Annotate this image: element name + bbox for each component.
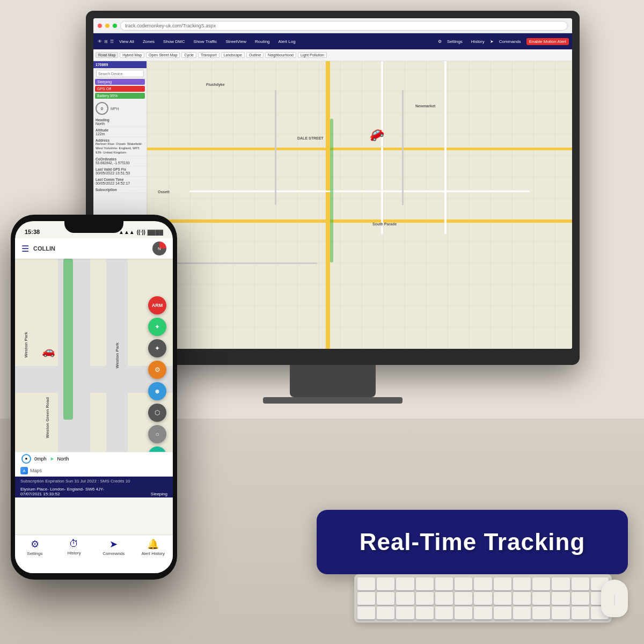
- wifi-icon: ((·)): [137, 229, 145, 235]
- key-18[interactable]: [435, 592, 453, 605]
- toolbar-light-pollution[interactable]: Light Pollution: [298, 52, 327, 58]
- key-6[interactable]: [455, 577, 472, 590]
- signal-icon: ▲▲▲: [119, 229, 135, 235]
- key-14[interactable]: [357, 592, 375, 605]
- nav-icon-eye[interactable]: 👁: [98, 39, 102, 44]
- key-7[interactable]: [474, 577, 492, 590]
- map-area[interactable]: Flushdyke DALE STREET Ossett Newmarket S…: [147, 61, 572, 349]
- arm-button[interactable]: ARM: [148, 296, 166, 314]
- mouse[interactable]: [601, 580, 628, 617]
- toolbar-outline[interactable]: Outline: [246, 52, 264, 58]
- phone-map-label-1: Weston Park: [24, 332, 28, 357]
- toolbar-open-street[interactable]: Open Street Map: [146, 52, 180, 58]
- footer-alert-history[interactable]: 🔔 Alert History: [134, 538, 173, 556]
- footer-history[interactable]: ⏱ History: [55, 538, 94, 555]
- nav-streetview[interactable]: StreetView: [222, 38, 250, 45]
- key-1[interactable]: [357, 577, 375, 590]
- key-36[interactable]: [532, 606, 550, 619]
- key-24[interactable]: [552, 592, 569, 605]
- key-38[interactable]: [572, 606, 589, 619]
- phone-road-vertical: [58, 259, 90, 452]
- map-road-gray-1: [275, 90, 276, 205]
- close-dot[interactable]: [98, 24, 102, 28]
- speed-icon: ●: [21, 454, 31, 464]
- key-31[interactable]: [435, 606, 453, 619]
- key-27[interactable]: [357, 606, 375, 619]
- key-33[interactable]: [474, 606, 492, 619]
- map-background: [147, 61, 572, 349]
- monitor-stand: [290, 365, 376, 397]
- key-32[interactable]: [455, 606, 472, 619]
- key-30[interactable]: [416, 606, 434, 619]
- nav-icon-menu[interactable]: ☰: [110, 39, 114, 44]
- action-btn-7[interactable]: ⊞: [148, 447, 166, 452]
- key-22[interactable]: [513, 592, 531, 605]
- phone-maps-bar: A Maps: [15, 465, 173, 477]
- toolbar-neighbourhood[interactable]: Neighbourhood: [265, 52, 296, 58]
- nav-history[interactable]: History: [468, 38, 488, 45]
- nav-alert-log[interactable]: Alert Log: [275, 38, 299, 45]
- key-20[interactable]: [474, 592, 492, 605]
- device-id-bar: 170869: [93, 61, 147, 68]
- key-9[interactable]: [513, 577, 531, 590]
- footer-settings[interactable]: ⚙ Settings: [15, 538, 55, 556]
- footer-history-label: History: [68, 551, 81, 555]
- toolbar-landscape[interactable]: Landscape: [221, 52, 245, 58]
- key-35[interactable]: [513, 606, 531, 619]
- key-8[interactable]: [494, 577, 511, 590]
- map-road-horizontal: [147, 219, 572, 223]
- nav-enable-alert[interactable]: Enable Motion Alert: [526, 38, 569, 45]
- nav-commands[interactable]: Commands: [496, 38, 524, 45]
- nav-routing[interactable]: Routing: [252, 38, 273, 45]
- hamburger-menu-icon[interactable]: ☰: [21, 244, 29, 254]
- toolbar-road-map[interactable]: Road Map: [96, 52, 118, 58]
- nav-view-all[interactable]: View All: [116, 38, 137, 45]
- nav-icon-settings-right[interactable]: ⚙: [438, 39, 442, 44]
- phone-map[interactable]: Weston Park Weston Park Weston Green Roa…: [15, 259, 173, 452]
- compass-icon[interactable]: N: [152, 241, 166, 255]
- key-2[interactable]: [377, 577, 394, 590]
- toolbar-hybrid[interactable]: Hybrid Map: [120, 52, 144, 58]
- phone-time: 15:38: [25, 229, 40, 235]
- nav-icon-grid[interactable]: ⊞: [104, 39, 108, 44]
- footer-commands[interactable]: ➤ Commands: [94, 538, 134, 556]
- key-19[interactable]: [455, 592, 472, 605]
- nav-show-dmc[interactable]: Show DMC: [160, 38, 188, 45]
- keyboard: [354, 574, 612, 623]
- phone-status-right: ▲▲▲ ((·)) ▓▓▓▓: [119, 229, 163, 235]
- key-37[interactable]: [552, 606, 569, 619]
- key-23[interactable]: [532, 592, 550, 605]
- action-btn-1[interactable]: ✦: [148, 318, 166, 336]
- action-btn-2[interactable]: ✦: [148, 339, 166, 357]
- key-28[interactable]: [377, 606, 394, 619]
- key-21[interactable]: [494, 592, 511, 605]
- action-btn-6[interactable]: ○: [148, 425, 166, 443]
- key-3[interactable]: [396, 577, 414, 590]
- action-btn-3[interactable]: ⚙: [148, 361, 166, 379]
- phone-route-green: [63, 259, 73, 420]
- commands-icon: ➤: [109, 538, 118, 550]
- nav-zones[interactable]: Zones: [140, 38, 158, 45]
- key-11[interactable]: [552, 577, 569, 590]
- key-25[interactable]: [572, 592, 589, 605]
- key-12[interactable]: [572, 577, 589, 590]
- key-5[interactable]: [435, 577, 453, 590]
- action-btn-4[interactable]: ☻: [148, 382, 166, 400]
- action-btn-5[interactable]: ⬡: [148, 404, 166, 422]
- key-16[interactable]: [396, 592, 414, 605]
- key-15[interactable]: [377, 592, 394, 605]
- toolbar-transport[interactable]: Transport: [198, 52, 219, 58]
- key-10[interactable]: [532, 577, 550, 590]
- url-bar[interactable]: track.codemonkey-uk.com/TrackingS.aspx: [120, 21, 568, 31]
- toolbar-cycle[interactable]: Cycle: [181, 52, 196, 58]
- maximize-dot[interactable]: [113, 24, 117, 28]
- key-29[interactable]: [396, 606, 414, 619]
- key-34[interactable]: [494, 606, 511, 619]
- nav-show-traffic[interactable]: Show Traffic: [191, 38, 221, 45]
- key-4[interactable]: [416, 577, 434, 590]
- nav-icon-commands[interactable]: ➤: [490, 39, 494, 44]
- device-search-input[interactable]: [96, 70, 144, 77]
- key-17[interactable]: [416, 592, 434, 605]
- nav-settings[interactable]: Settings: [444, 38, 466, 45]
- minimize-dot[interactable]: [105, 24, 109, 28]
